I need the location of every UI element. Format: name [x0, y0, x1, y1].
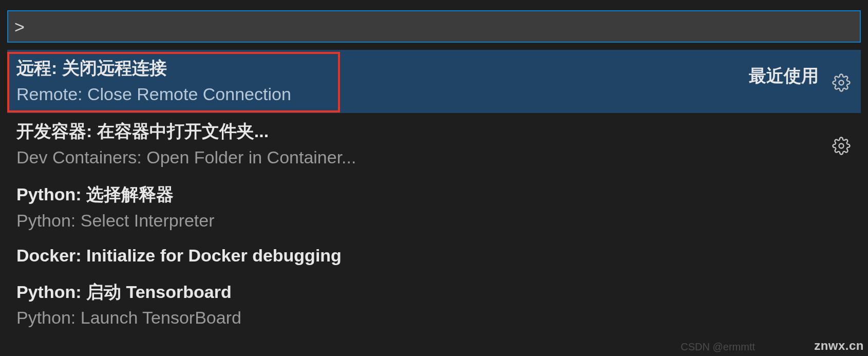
item-subtitle: Python: Select Interpreter [16, 210, 852, 232]
item-title: Docker: Initialize for Docker debugging [16, 245, 852, 267]
watermark-author: CSDN @ermmtt [681, 341, 755, 353]
svg-point-0 [839, 81, 844, 85]
input-prefix: > [14, 18, 25, 35]
svg-point-1 [839, 144, 844, 148]
command-input-wrap[interactable]: > [7, 10, 861, 43]
command-item-python-interpreter[interactable]: Python: 选择解释器 Python: Select Interpreter [7, 176, 861, 239]
gear-icon[interactable] [831, 72, 852, 93]
command-input[interactable] [28, 16, 854, 36]
item-title: Python: 选择解释器 [16, 183, 852, 205]
command-item-docker-init[interactable]: Docker: Initialize for Docker debugging [7, 239, 861, 272]
command-list: 远程: 关闭远程连接 Remote: Close Remote Connecti… [7, 50, 861, 337]
item-title: 开发容器: 在容器中打开文件夹... [16, 120, 831, 142]
item-title: Python: 启动 Tensorboard [16, 281, 852, 303]
command-item-remote-close[interactable]: 远程: 关闭远程连接 Remote: Close Remote Connecti… [7, 50, 861, 113]
item-subtitle: Python: Launch TensorBoard [16, 307, 852, 329]
item-subtitle: Remote: Close Remote Connection [16, 83, 749, 105]
item-title: 远程: 关闭远程连接 [16, 57, 749, 79]
item-subtitle: Dev Containers: Open Folder in Container… [16, 146, 831, 168]
command-item-dev-containers[interactable]: 开发容器: 在容器中打开文件夹... Dev Containers: Open … [7, 113, 861, 176]
gear-icon[interactable] [831, 136, 852, 156]
watermark-site: znwx.cn [814, 339, 864, 353]
command-item-python-tensorboard[interactable]: Python: 启动 Tensorboard Python: Launch Te… [7, 274, 861, 337]
category-label: 最近使用 [749, 64, 819, 88]
